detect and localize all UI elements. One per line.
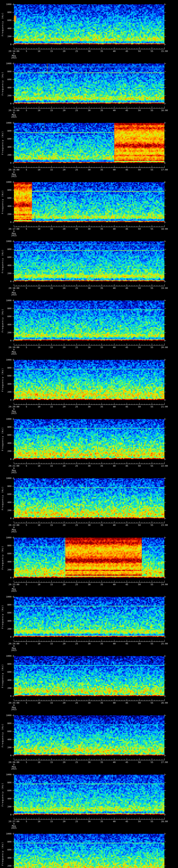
- x-start-time-label: 20:27:00: [8, 820, 20, 823]
- x-tick-label: 25: [75, 109, 78, 112]
- date-year: 2015: [11, 116, 17, 118]
- y-tick-label: 0: [0, 43, 11, 45]
- x-tick-label: 20: [63, 465, 65, 467]
- x-tick-label: 10: [38, 702, 40, 704]
- spectrogram-panel: Frequency (Hz)1000800600400200020:16:005…: [0, 119, 178, 178]
- spectrogram-panel: Frequency (Hz)1000800600400200020:22:005…: [0, 474, 178, 533]
- y-tick-label: 200: [0, 35, 11, 37]
- date-year: 2015: [11, 471, 17, 473]
- x-tick-label: 50: [138, 228, 141, 230]
- spectrogram-panel: Frequency (Hz)1000800600400200020:23:005…: [0, 533, 178, 593]
- x-tick-label: 50: [138, 168, 141, 171]
- y-tick-label: 200: [0, 568, 11, 571]
- x-tick-label: 35: [100, 287, 103, 289]
- x-end-time-label: 20:00: [161, 346, 168, 348]
- y-tick-label: 200: [0, 806, 11, 808]
- x-tick-label: 30: [88, 465, 91, 467]
- spectrogram-panel: Frequency (Hz)1000800600400200020:26:005…: [0, 711, 178, 770]
- x-tick-label: 20: [63, 702, 65, 704]
- x-tick-label: 45: [125, 820, 128, 823]
- y-tick-label: 800: [0, 70, 11, 72]
- x-tick-label: 35: [100, 761, 103, 763]
- x-tick-label: 55: [151, 168, 153, 171]
- x-tick-label: 30: [88, 287, 91, 289]
- x-tick-label: 25: [75, 228, 78, 230]
- y-tick-label: 400: [0, 857, 11, 859]
- x-start-time-label: 20:26:00: [8, 761, 20, 763]
- x-tick-label: 5: [26, 820, 27, 823]
- spectrogram-panel: Frequency (Hz)1000800600400200020:25:005…: [0, 652, 178, 711]
- y-tick-label: 1000: [0, 477, 11, 479]
- date-year: 2015: [11, 649, 17, 651]
- x-start-time-label: 20:17:00: [8, 228, 20, 230]
- x-tick-label: 15: [50, 524, 53, 526]
- y-tick-label: 200: [0, 687, 11, 689]
- y-tick-label: 0: [0, 339, 11, 342]
- y-tick-label: 1000: [0, 596, 11, 598]
- x-tick-label: 10: [38, 287, 40, 289]
- x-tick-label: 45: [125, 583, 128, 586]
- y-tick-label: 0: [0, 399, 11, 401]
- x-tick-label: 55: [151, 820, 153, 823]
- x-tick-label: 15: [50, 702, 53, 704]
- x-tick-label: 35: [100, 702, 103, 704]
- x-end-time-label: 16:00: [161, 109, 168, 112]
- x-tick-label: 30: [88, 820, 91, 823]
- y-tick-label: 600: [0, 612, 11, 614]
- x-tick-label: 35: [100, 820, 103, 823]
- x-start-time-label: 20:19:00: [8, 346, 20, 348]
- y-tick-label: 800: [0, 722, 11, 724]
- x-tick-label: 35: [100, 346, 103, 348]
- x-tick-label: 15: [50, 168, 53, 171]
- x-tick-label: 20: [63, 50, 65, 52]
- x-tick-label: 20: [63, 168, 65, 171]
- x-tick-label: 55: [151, 287, 153, 289]
- x-tick-label: 50: [138, 643, 141, 645]
- date-year: 2015: [11, 590, 17, 592]
- y-axis-title: Frequency (Hz): [1, 427, 4, 451]
- y-tick-label: 0: [0, 162, 11, 164]
- x-tick-label: 15: [50, 109, 53, 112]
- x-tick-label: 55: [151, 643, 153, 645]
- y-axis-title: Frequency (Hz): [1, 486, 4, 510]
- x-tick-label: 10: [38, 761, 40, 763]
- y-tick-label: 1000: [0, 655, 11, 657]
- y-tick-label: 0: [0, 695, 11, 697]
- x-end-time-label: 19:00: [161, 287, 168, 289]
- y-tick-label: 800: [0, 248, 11, 250]
- x-tick-label: 25: [75, 168, 78, 171]
- x-tick-label: 15: [50, 346, 53, 348]
- x-tick-label: 50: [138, 50, 141, 52]
- x-tick-label: 55: [151, 524, 153, 526]
- x-tick-label: 50: [138, 287, 141, 289]
- y-tick-label: 0: [0, 102, 11, 105]
- x-tick-label: 20: [63, 228, 65, 230]
- x-tick-label: 55: [151, 702, 153, 704]
- x-tick-label: 40: [113, 109, 116, 112]
- y-tick-label: 1000: [0, 240, 11, 242]
- x-tick-label: 40: [113, 820, 116, 823]
- x-tick-label: 5: [26, 761, 27, 763]
- y-axis-title: Frequency (Hz): [1, 546, 4, 569]
- spectrogram-panel: Frequency (Hz)1000800600400200020:27:005…: [0, 770, 178, 830]
- y-tick-label: 400: [0, 323, 11, 326]
- y-axis-title: Frequency (Hz): [1, 249, 4, 273]
- x-tick-label: 20: [63, 643, 65, 645]
- x-tick-label: 10: [38, 524, 40, 526]
- y-tick-label: 0: [0, 813, 11, 816]
- x-tick-label: 55: [151, 228, 153, 230]
- y-tick-label: 1000: [0, 773, 11, 776]
- y-tick-label: 0: [0, 458, 11, 460]
- x-tick-label: 55: [151, 346, 153, 348]
- x-tick-label: 15: [50, 465, 53, 467]
- x-end-time-label: 27:00: [161, 761, 168, 763]
- x-tick-label: 30: [88, 702, 91, 704]
- y-axis-title: Frequency (Hz): [1, 131, 4, 155]
- x-tick-label: 20: [63, 820, 65, 823]
- y-tick-label: 200: [0, 94, 11, 97]
- x-tick-label: 20: [63, 761, 65, 763]
- x-tick-label: 30: [88, 346, 91, 348]
- y-tick-label: 0: [0, 280, 11, 282]
- y-tick-label: 200: [0, 154, 11, 156]
- y-tick-label: 200: [0, 746, 11, 749]
